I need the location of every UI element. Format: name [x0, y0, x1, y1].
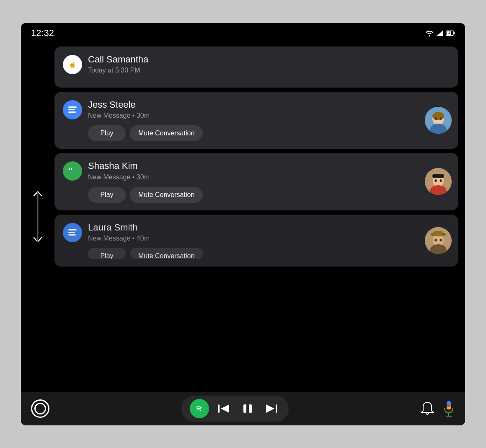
mute-button-shasha-kim[interactable]: Mute Conversation	[130, 187, 203, 203]
quote-icon-shasha: "	[63, 161, 82, 181]
scroll-controls	[21, 41, 54, 392]
microphone-button[interactable]	[442, 400, 455, 417]
main-content: ☝ Call Samantha Today at 5:30 PM	[21, 41, 465, 392]
mute-button-jess-steele[interactable]: Mute Conversation	[130, 125, 203, 141]
card-body-shasha-kim: Shasha Kim New Message • 30m Play Mute C…	[88, 161, 425, 202]
svg-point-12	[432, 112, 444, 120]
card-subtitle-call-samantha: Today at 5:30 PM	[88, 67, 450, 74]
pause-button[interactable]	[239, 402, 256, 415]
message-icon-jess	[63, 100, 82, 119]
svg-marker-38	[266, 404, 274, 413]
svg-rect-29	[433, 231, 443, 236]
signal-icon	[437, 30, 443, 36]
card-buttons-jess-steele: Play Mute Conversation	[88, 125, 425, 141]
bell-icon	[421, 401, 434, 416]
message-icon-laura	[63, 223, 82, 242]
notification-card-call-samantha: ☝ Call Samantha Today at 5:30 PM	[54, 47, 458, 88]
avatar-image-laura	[425, 227, 452, 254]
hand-icon: ☝	[67, 59, 78, 70]
avatar-shasha-kim	[425, 168, 452, 195]
notification-card-laura-smith: Laura Smith New Message • 40m Play Mute …	[54, 215, 458, 267]
status-icons	[425, 30, 455, 36]
bottom-left-section	[31, 399, 49, 418]
prev-icon	[218, 404, 230, 414]
svg-rect-7	[68, 109, 75, 110]
play-button-laura-smith[interactable]: Play	[88, 248, 126, 259]
svg-rect-41	[447, 401, 451, 404]
svg-point-30	[435, 239, 437, 241]
next-button[interactable]	[262, 402, 280, 415]
device-frame: 12:32	[21, 23, 465, 425]
home-button[interactable]	[31, 399, 49, 418]
svg-point-20	[435, 179, 437, 182]
next-icon	[265, 404, 277, 414]
avatar-image-jess	[425, 107, 452, 134]
svg-marker-34	[221, 404, 229, 413]
card-title-call-samantha: Call Samantha	[88, 54, 450, 65]
card-body-jess-steele: Jess Steele New Message • 30m Play Mute …	[88, 99, 425, 141]
wifi-icon	[425, 30, 434, 36]
notification-bell-button[interactable]	[421, 401, 434, 416]
card-title-laura-smith: Laura Smith	[88, 222, 425, 233]
scroll-track	[37, 192, 39, 242]
bottom-bar	[21, 392, 465, 425]
card-buttons-laura-smith: Play Mute Conversation	[88, 248, 425, 259]
svg-rect-8	[68, 111, 76, 113]
media-controls	[181, 396, 289, 422]
home-inner-ring	[34, 403, 46, 414]
svg-rect-2	[454, 32, 455, 34]
notification-list: ☝ Call Samantha Today at 5:30 PM	[54, 41, 465, 392]
svg-rect-22	[68, 229, 77, 230]
call-icon-bg: ☝	[63, 55, 82, 74]
svg-rect-24	[68, 234, 76, 236]
notification-card-shasha-kim: " Shasha Kim New Message • 30m Play Mute…	[54, 153, 458, 210]
svg-rect-19	[432, 174, 444, 178]
svg-rect-6	[68, 106, 77, 108]
play-button-jess-steele[interactable]: Play	[88, 125, 126, 141]
svg-rect-35	[243, 404, 246, 413]
svg-point-21	[440, 179, 442, 182]
prev-button[interactable]	[215, 402, 233, 415]
avatar-jess-steele	[425, 107, 452, 134]
card-body-call-samantha: Call Samantha Today at 5:30 PM	[88, 54, 450, 80]
svg-rect-23	[68, 232, 75, 233]
card-title-jess-steele: Jess Steele	[88, 99, 425, 110]
svg-marker-0	[437, 30, 443, 36]
pause-icon	[243, 404, 253, 414]
svg-rect-33	[218, 404, 220, 413]
card-title-shasha-kim: Shasha Kim	[88, 161, 425, 171]
status-time: 12:32	[31, 28, 54, 39]
spotify-icon	[193, 402, 206, 415]
avatar-laura-smith	[425, 227, 452, 254]
status-bar: 12:32	[21, 23, 465, 41]
battery-icon	[446, 30, 455, 36]
mic-icon	[442, 400, 455, 417]
play-button-shasha-kim[interactable]: Play	[88, 187, 126, 203]
spotify-button[interactable]	[190, 399, 209, 418]
svg-rect-36	[249, 404, 252, 413]
card-body-laura-smith: Laura Smith New Message • 40m Play Mute …	[88, 222, 425, 259]
quote-marks-icon: "	[67, 166, 78, 176]
message-lines-icon	[67, 104, 78, 115]
mute-button-laura-smith[interactable]: Mute Conversation	[130, 248, 203, 259]
svg-text:☝: ☝	[68, 60, 77, 68]
avatar-image-shasha	[425, 168, 452, 195]
svg-point-13	[435, 117, 437, 120]
notification-card-jess-steele: Jess Steele New Message • 30m Play Mute …	[54, 92, 458, 149]
svg-point-14	[440, 117, 442, 120]
svg-point-31	[440, 239, 442, 241]
card-subtitle-jess-steele: New Message • 30m	[88, 112, 425, 119]
message-lines-icon-2	[67, 227, 78, 238]
bottom-right-section	[421, 400, 455, 417]
card-subtitle-shasha-kim: New Message • 30m	[88, 174, 425, 181]
svg-text:": "	[68, 166, 72, 176]
svg-rect-37	[276, 404, 277, 413]
card-buttons-shasha-kim: Play Mute Conversation	[88, 187, 425, 203]
card-subtitle-laura-smith: New Message • 40m	[88, 235, 425, 242]
